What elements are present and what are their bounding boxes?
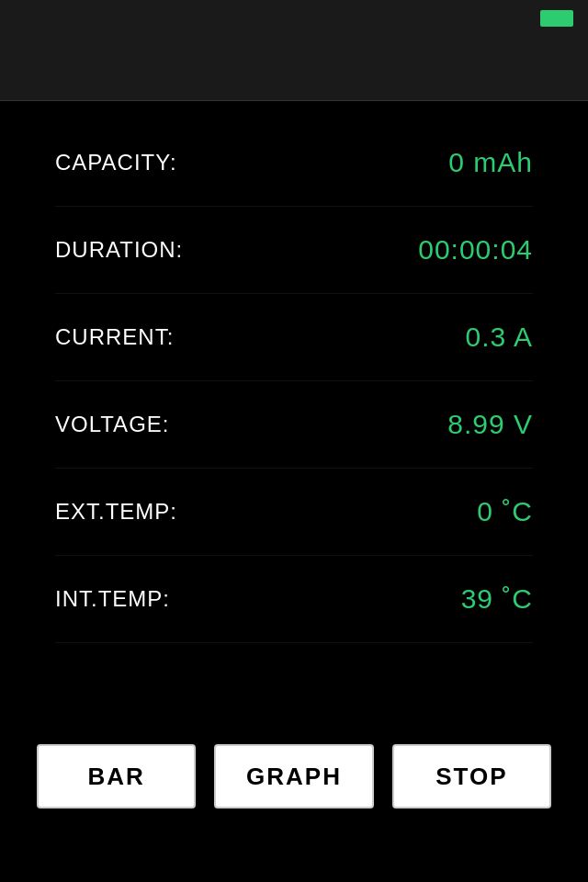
header bbox=[0, 37, 588, 101]
battery-icon bbox=[540, 10, 573, 27]
bar-button[interactable]: BAR bbox=[37, 744, 196, 808]
metric-value-duration: 00:00:04 bbox=[418, 234, 533, 266]
graph-button[interactable]: GRAPH bbox=[214, 744, 373, 808]
stop-button[interactable]: STOP bbox=[392, 744, 551, 808]
metric-label-duration: DURATION: bbox=[55, 237, 183, 263]
metric-value-capacity: 0 mAh bbox=[448, 147, 533, 178]
metrics-container: CAPACITY:0 mAhDURATION:00:00:04CURRENT:0… bbox=[0, 101, 588, 662]
metric-label-voltage: VOLTAGE: bbox=[55, 412, 169, 437]
metric-row-duration: DURATION:00:00:04 bbox=[55, 207, 533, 294]
metric-row-current: CURRENT:0.3 A bbox=[55, 294, 533, 381]
status-bar bbox=[0, 0, 588, 37]
metric-row-voltage: VOLTAGE:8.99 V bbox=[55, 381, 533, 469]
button-bar: BARGRAPHSTOP bbox=[0, 744, 588, 808]
metric-row-ext-temp: EXT.TEMP:0 ˚C bbox=[55, 469, 533, 556]
metric-label-ext-temp: EXT.TEMP: bbox=[55, 499, 177, 525]
metric-label-current: CURRENT: bbox=[55, 324, 174, 350]
metric-row-int-temp: INT.TEMP:39 ˚C bbox=[55, 556, 533, 643]
metric-value-voltage: 8.99 V bbox=[447, 409, 533, 440]
metric-value-current: 0.3 A bbox=[466, 322, 533, 353]
metric-row-capacity: CAPACITY:0 mAh bbox=[55, 119, 533, 207]
metric-value-ext-temp: 0 ˚C bbox=[477, 496, 533, 527]
metric-label-int-temp: INT.TEMP: bbox=[55, 586, 170, 612]
metric-value-int-temp: 39 ˚C bbox=[461, 583, 533, 615]
metric-label-capacity: CAPACITY: bbox=[55, 150, 177, 175]
